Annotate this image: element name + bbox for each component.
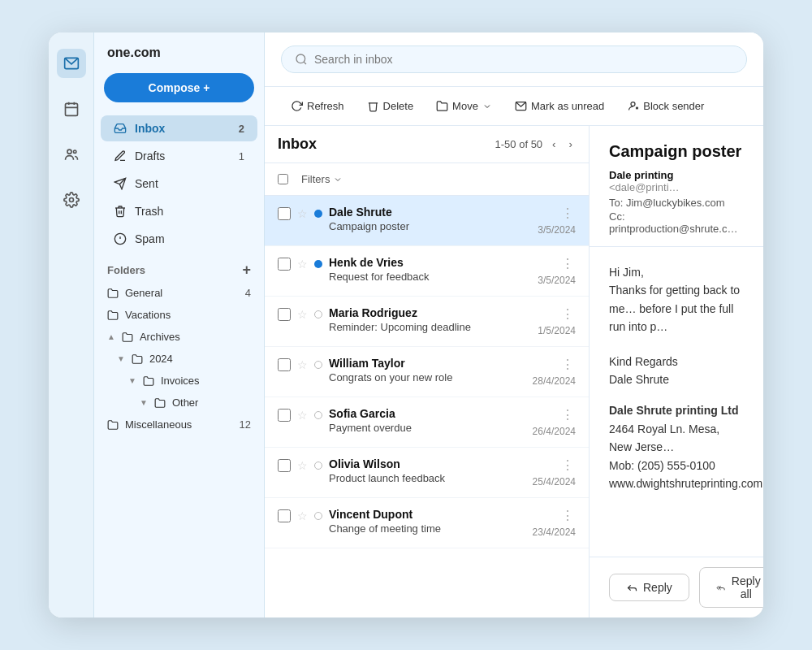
search-bar[interactable]: [281, 46, 747, 73]
block-icon: [627, 100, 639, 112]
email-checkbox-4[interactable]: [278, 358, 291, 371]
folder-invoices-label: Invoices: [161, 375, 200, 387]
block-sender-button[interactable]: Block sender: [617, 95, 714, 117]
iconbar-contacts[interactable]: [57, 140, 86, 169]
star-icon-6[interactable]: ☆: [297, 459, 308, 472]
mark-unread-button[interactable]: Mark as unread: [505, 95, 614, 117]
star-icon-3[interactable]: ☆: [297, 308, 308, 321]
next-page-button[interactable]: ›: [566, 136, 576, 152]
archives-chevron: ▲: [107, 332, 115, 341]
folder-other[interactable]: ▼ Other: [94, 392, 264, 414]
svg-point-13: [296, 54, 305, 63]
nav-inbox-label: Inbox: [135, 122, 165, 135]
date-7: 23/4/2024: [533, 526, 576, 538]
delete-button[interactable]: Delete: [357, 95, 424, 117]
iconbar-settings[interactable]: [57, 185, 86, 214]
email-checkbox-7[interactable]: [278, 509, 291, 522]
email-checkbox-3[interactable]: [278, 308, 291, 321]
email-signature: Kind Regards Dale Shrute: [609, 353, 744, 389]
folder-vacations[interactable]: Vacations: [94, 304, 264, 326]
folder-other-label: Other: [172, 396, 199, 409]
nav-drafts-badge: 1: [239, 150, 244, 162]
more-button-1[interactable]: ⋮: [559, 206, 576, 221]
iconbar-mail[interactable]: [57, 49, 86, 78]
date-1: 3/5/2024: [538, 224, 576, 236]
sidebar-item-spam[interactable]: Spam: [101, 226, 257, 252]
reply-button[interactable]: Reply: [609, 574, 689, 601]
more-button-2[interactable]: ⋮: [559, 256, 576, 271]
filters-label: Filters: [301, 173, 330, 185]
more-button-5[interactable]: ⋮: [559, 407, 576, 422]
search-input[interactable]: [314, 53, 733, 66]
folder-miscellaneous-badge: 12: [240, 418, 251, 431]
email-row[interactable]: ☆ Henk de Vries Request for feedback ⋮ 3…: [265, 246, 589, 297]
select-all-checkbox[interactable]: [278, 174, 288, 184]
reply-label: Reply: [643, 581, 672, 594]
detail-body: Hi Jim, Thanks for getting back to me… b…: [590, 247, 763, 557]
email-row[interactable]: ☆ Vincent Dupont Change of meeting time …: [265, 498, 589, 548]
email-checkbox-2[interactable]: [278, 258, 291, 271]
inbox-title: Inbox: [278, 136, 317, 153]
star-icon-5[interactable]: ☆: [297, 409, 308, 422]
signature-line-2: Dale Shrute: [609, 370, 744, 388]
subject-4: Congrats on your new role: [329, 371, 526, 384]
subject-6: Product launch feedback: [329, 472, 526, 484]
sidebar-item-drafts[interactable]: Drafts 1: [101, 143, 257, 169]
delete-label: Delete: [383, 100, 414, 112]
move-button[interactable]: Move: [426, 95, 502, 117]
email-pane: Inbox 1-50 of 50 ‹ › Filters: [265, 126, 763, 618]
email-body-6: Olivia Wilson Product launch feedback: [329, 457, 526, 484]
email-row[interactable]: ☆ Maria Rodriguez Reminder: Upcoming dea…: [265, 297, 589, 347]
folder-vacations-label: Vacations: [125, 309, 171, 321]
star-icon-2[interactable]: ☆: [297, 258, 308, 271]
nav-trash-label: Trash: [135, 205, 163, 218]
more-button-3[interactable]: ⋮: [559, 306, 576, 322]
email-body-1: Dale Shrute Campaign poster: [329, 206, 531, 232]
detail-header: Campaign poster Dale printing <dale@prin…: [590, 126, 763, 247]
star-icon-1[interactable]: ☆: [297, 207, 308, 220]
iconbar-calendar[interactable]: [57, 94, 86, 124]
more-button-4[interactable]: ⋮: [559, 357, 576, 372]
email-row[interactable]: ☆ Dale Shrute Campaign poster ⋮ 3/5/2024: [265, 196, 589, 246]
email-body-4: William Taylor Congrats on your new role: [329, 357, 526, 384]
sidebar-item-trash[interactable]: Trash: [101, 198, 257, 224]
folder-miscellaneous-label: Miscellaneous: [125, 418, 192, 431]
email-checkbox-1[interactable]: [278, 207, 291, 220]
sender-7: Vincent Dupont: [329, 508, 526, 521]
refresh-button[interactable]: Refresh: [281, 95, 354, 117]
app-window: one.com Compose + Inbox 2 Drafts 1 Sent: [49, 32, 763, 618]
meta-col-6: ⋮ 25/4/2024: [533, 457, 576, 488]
email-checkbox-5[interactable]: [278, 409, 291, 422]
meta-col-3: ⋮ 1/5/2024: [538, 306, 576, 336]
prev-page-button[interactable]: ‹: [549, 136, 559, 152]
app-logo: one.com: [94, 46, 264, 73]
sidebar-item-inbox[interactable]: Inbox 2: [101, 115, 257, 141]
folder-invoices[interactable]: ▼ Invoices: [94, 370, 264, 392]
reply-all-button[interactable]: Reply all: [699, 567, 763, 608]
folder-general[interactable]: General 4: [94, 282, 264, 304]
more-button-6[interactable]: ⋮: [559, 457, 576, 473]
folders-add-button[interactable]: +: [242, 262, 251, 279]
folder-archives[interactable]: ▲ Archives: [94, 326, 264, 348]
folder-miscellaneous[interactable]: Miscellaneous 12: [94, 414, 264, 436]
compose-button[interactable]: Compose +: [104, 73, 254, 102]
2024-chevron: ▼: [117, 354, 125, 363]
date-5: 26/4/2024: [533, 426, 576, 437]
folders-label: Folders: [107, 264, 145, 276]
email-row[interactable]: ☆ William Taylor Congrats on your new ro…: [265, 347, 589, 397]
sidebar-item-sent[interactable]: Sent: [101, 171, 257, 197]
sender-3: Maria Rodriguez: [329, 306, 531, 319]
unread-dot-4: [314, 361, 322, 369]
star-icon-7[interactable]: ☆: [297, 509, 308, 522]
star-icon-4[interactable]: ☆: [297, 358, 308, 371]
folder-2024[interactable]: ▼ 2024: [94, 348, 264, 370]
subject-3: Reminder: Upcoming deadline: [329, 321, 531, 333]
main-content: Refresh Delete Move: [265, 32, 763, 618]
filters-button[interactable]: Filters: [295, 170, 349, 188]
detail-from-email: <dale@printi…: [609, 181, 680, 193]
email-row[interactable]: ☆ Olivia Wilson Product launch feedback …: [265, 448, 589, 498]
subject-5: Payment overdue: [329, 422, 526, 434]
email-row[interactable]: ☆ Sofia Garcia Payment overdue ⋮ 26/4/20…: [265, 397, 589, 448]
more-button-7[interactable]: ⋮: [559, 508, 576, 523]
email-checkbox-6[interactable]: [278, 459, 291, 472]
